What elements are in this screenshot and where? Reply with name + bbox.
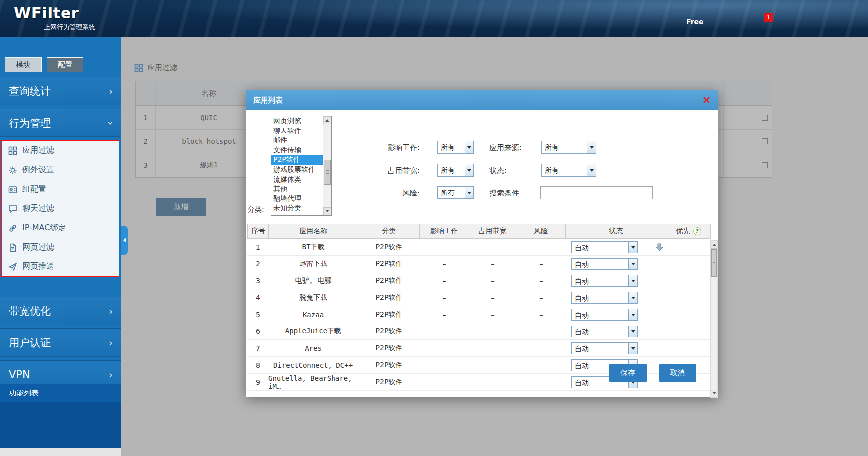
category-option[interactable]: 游戏股票软件 bbox=[271, 165, 323, 175]
chevron-down-icon[interactable] bbox=[465, 164, 473, 176]
app-category: P2P软件 bbox=[358, 293, 420, 302]
chevron-down-icon[interactable] bbox=[587, 141, 596, 153]
page-icon bbox=[8, 243, 17, 252]
app-no: 3 bbox=[247, 277, 268, 285]
impact-filter-label: 影响工作: bbox=[378, 143, 420, 153]
cancel-button[interactable]: 取消 bbox=[659, 364, 696, 382]
app-status-select[interactable]: 自动 bbox=[571, 309, 638, 321]
app-bandwidth: – bbox=[468, 344, 517, 352]
scrollbar-thumb[interactable] bbox=[324, 160, 331, 185]
app-header: WFilter 上网行为管理系统 Free 1 bbox=[0, 0, 868, 37]
sidebar-item-group-config[interactable]: 组配置 bbox=[2, 180, 119, 199]
category-option[interactable]: 其他 bbox=[271, 184, 323, 194]
sidebar-item-ip-mac-binding[interactable]: IP-MAC绑定 bbox=[2, 218, 119, 238]
category-option[interactable]: 邮件 bbox=[271, 135, 323, 145]
chevron-down-icon[interactable] bbox=[628, 275, 637, 286]
app-status-select[interactable]: 自动 bbox=[571, 241, 638, 253]
app-name: DirectConnect, DC++ bbox=[268, 361, 358, 369]
source-filter-label: 应用来源: bbox=[489, 143, 522, 153]
chevron-down-icon[interactable] bbox=[628, 343, 637, 354]
app-status-value: 自动 bbox=[572, 275, 628, 286]
sidebar-item-app-filter[interactable]: 应用过滤 bbox=[2, 141, 119, 160]
sidebar-item-web-push[interactable]: 网页推送 bbox=[2, 257, 119, 276]
help-icon[interactable]: ? bbox=[693, 227, 701, 235]
app-status-select[interactable]: 自动 bbox=[571, 342, 638, 354]
app-bandwidth: – bbox=[468, 327, 517, 335]
app-table-scrollbar[interactable] bbox=[710, 240, 718, 398]
sidebar-item-user-auth[interactable]: 用户认证 › bbox=[0, 328, 121, 357]
app-status-select[interactable]: 自动 bbox=[571, 275, 638, 287]
category-option-selected[interactable]: P2P软件 bbox=[271, 155, 323, 165]
sidebar-item-chat-filter[interactable]: 聊天过滤 bbox=[2, 199, 119, 218]
scroll-up-icon[interactable] bbox=[711, 241, 717, 249]
app-status-select[interactable]: 自动 bbox=[571, 258, 638, 270]
sidebar-collapse-handle[interactable] bbox=[121, 226, 128, 255]
app-name: 迅雷下载 bbox=[268, 260, 358, 268]
app-impact: – bbox=[420, 311, 468, 319]
source-select[interactable]: 所有 bbox=[541, 141, 596, 154]
scroll-down-icon[interactable] bbox=[323, 207, 331, 215]
chevron-down-icon[interactable] bbox=[628, 326, 637, 337]
status-filter-label: 状态: bbox=[489, 166, 507, 176]
app-bandwidth: – bbox=[468, 277, 517, 285]
app-impact: – bbox=[420, 277, 468, 285]
category-option[interactable]: 未知分类 bbox=[271, 203, 323, 213]
scroll-up-icon[interactable] bbox=[323, 116, 331, 124]
app-no: 5 bbox=[247, 311, 268, 319]
scrollbar-thumb[interactable] bbox=[711, 249, 717, 277]
link-icon bbox=[8, 224, 17, 233]
chevron-down-icon[interactable] bbox=[628, 242, 637, 253]
chevron-down-icon[interactable] bbox=[628, 259, 637, 269]
search-input[interactable] bbox=[540, 186, 653, 199]
app-risk: – bbox=[517, 327, 566, 335]
app-risk: – bbox=[517, 378, 566, 386]
notification-badge[interactable]: 1 bbox=[764, 13, 773, 22]
risk-select[interactable]: 所有 bbox=[437, 186, 474, 199]
status-filter-value: 所有 bbox=[542, 164, 587, 176]
app-risk: – bbox=[517, 260, 566, 268]
app-category: P2P软件 bbox=[358, 378, 420, 387]
bandwidth-select[interactable]: 所有 bbox=[437, 164, 474, 177]
sidebar-item-behavior-mgmt[interactable]: 行为管理 › bbox=[0, 109, 121, 137]
tab-modules[interactable]: 模块 bbox=[5, 57, 42, 72]
scroll-down-icon[interactable] bbox=[711, 390, 717, 397]
sidebar-tabs: 模块 配置 bbox=[5, 57, 83, 72]
chevron-down-icon[interactable] bbox=[628, 309, 637, 320]
app-impact: – bbox=[420, 344, 468, 352]
app-risk: – bbox=[517, 344, 566, 352]
sidebar-item-exceptions[interactable]: 例外设置 bbox=[2, 160, 119, 180]
app-status-value: 自动 bbox=[572, 292, 628, 303]
chevron-down-icon[interactable] bbox=[465, 141, 473, 153]
save-button[interactable]: 保存 bbox=[609, 364, 647, 382]
category-option[interactable]: 文件传输 bbox=[271, 145, 323, 155]
sidebar-item-bandwidth[interactable]: 带宽优化 › bbox=[0, 297, 121, 325]
category-option[interactable]: 聊天软件 bbox=[271, 126, 323, 136]
source-select-value: 所有 bbox=[542, 141, 587, 153]
status-filter-select[interactable]: 所有 bbox=[541, 164, 596, 177]
priority-down-icon[interactable] bbox=[655, 243, 664, 252]
category-option[interactable]: 翻墙代理 bbox=[271, 194, 323, 204]
app-impact: – bbox=[420, 378, 468, 386]
app-status-select[interactable]: 自动 bbox=[571, 326, 638, 337]
chevron-down-icon[interactable] bbox=[587, 164, 596, 176]
impact-select[interactable]: 所有 bbox=[437, 141, 474, 154]
sidebar-item-web-filter[interactable]: 网页过滤 bbox=[2, 238, 119, 257]
app-status-value: 自动 bbox=[572, 259, 628, 269]
chevron-down-icon[interactable] bbox=[465, 187, 473, 198]
tab-config[interactable]: 配置 bbox=[47, 57, 83, 72]
close-icon[interactable]: × bbox=[702, 93, 711, 106]
app-status-value: 自动 bbox=[572, 326, 628, 337]
category-scrollbar[interactable] bbox=[323, 116, 331, 215]
category-option[interactable]: 网页浏览 bbox=[271, 116, 323, 126]
sidebar: 模块 配置 查询统计 › 行为管理 › 应用过滤 例外设置 组配置 bbox=[0, 37, 121, 448]
app-table-row: 2 迅雷下载 P2P软件 – – – 自动 bbox=[247, 256, 711, 272]
col-header-category: 分类 bbox=[358, 224, 420, 238]
app-impact: – bbox=[420, 260, 468, 268]
app-status-select[interactable]: 自动 bbox=[571, 292, 638, 304]
sidebar-item-label: 聊天过滤 bbox=[22, 203, 54, 214]
chevron-down-icon[interactable] bbox=[628, 292, 637, 303]
sidebar-item-query-stats[interactable]: 查询统计 › bbox=[0, 77, 121, 105]
app-category: P2P软件 bbox=[358, 327, 420, 336]
category-option[interactable]: 流媒体类 bbox=[271, 175, 323, 185]
app-risk: – bbox=[517, 311, 566, 319]
